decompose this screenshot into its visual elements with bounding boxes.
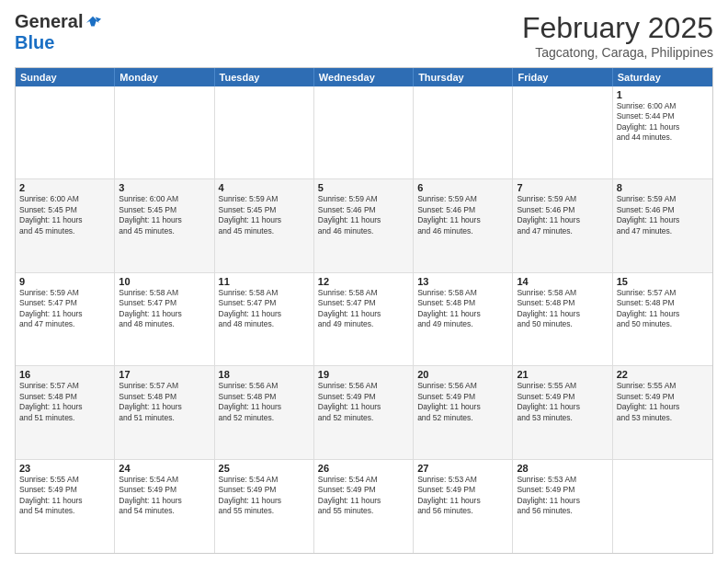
- cell-daylight-info: Sunrise: 5:55 AM Sunset: 5:49 PM Dayligh…: [19, 475, 110, 517]
- table-row: [314, 86, 414, 178]
- cell-day-number: 28: [517, 463, 608, 474]
- table-row: 23Sunrise: 5:55 AM Sunset: 5:49 PM Dayli…: [16, 460, 115, 553]
- calendar: Sunday Monday Tuesday Wednesday Thursday…: [15, 67, 713, 554]
- cell-daylight-info: Sunrise: 5:57 AM Sunset: 5:48 PM Dayligh…: [119, 381, 210, 423]
- table-row: 2Sunrise: 6:00 AM Sunset: 5:45 PM Daylig…: [16, 179, 115, 271]
- cell-day-number: 3: [119, 182, 210, 193]
- cell-day-number: 5: [318, 182, 409, 193]
- logo-blue-text: Blue: [15, 32, 54, 52]
- page-header: General Blue February 2025 Tagcatong, Ca…: [15, 11, 713, 60]
- table-row: 22Sunrise: 5:55 AM Sunset: 5:49 PM Dayli…: [613, 366, 712, 458]
- calendar-row-0: 1Sunrise: 6:00 AM Sunset: 5:44 PM Daylig…: [16, 86, 712, 179]
- calendar-row-2: 9Sunrise: 5:59 AM Sunset: 5:47 PM Daylig…: [16, 273, 712, 366]
- table-row: 10Sunrise: 5:58 AM Sunset: 5:47 PM Dayli…: [115, 273, 214, 365]
- cell-daylight-info: Sunrise: 6:00 AM Sunset: 5:45 PM Dayligh…: [19, 194, 110, 236]
- cell-daylight-info: Sunrise: 5:58 AM Sunset: 5:48 PM Dayligh…: [517, 288, 608, 330]
- cell-day-number: 1: [617, 89, 709, 100]
- cell-daylight-info: Sunrise: 5:59 AM Sunset: 5:46 PM Dayligh…: [617, 194, 709, 236]
- table-row: 20Sunrise: 5:56 AM Sunset: 5:49 PM Dayli…: [414, 366, 513, 458]
- table-row: 5Sunrise: 5:59 AM Sunset: 5:46 PM Daylig…: [314, 179, 414, 271]
- logo: General Blue: [15, 11, 101, 53]
- table-row: [613, 460, 712, 553]
- table-row: 19Sunrise: 5:56 AM Sunset: 5:49 PM Dayli…: [314, 366, 414, 458]
- calendar-body: 1Sunrise: 6:00 AM Sunset: 5:44 PM Daylig…: [16, 86, 712, 553]
- cell-day-number: 21: [517, 369, 608, 380]
- table-row: 16Sunrise: 5:57 AM Sunset: 5:48 PM Dayli…: [16, 366, 115, 458]
- table-row: 6Sunrise: 5:59 AM Sunset: 5:46 PM Daylig…: [414, 179, 513, 271]
- cell-day-number: 11: [219, 276, 310, 287]
- cell-daylight-info: Sunrise: 5:55 AM Sunset: 5:49 PM Dayligh…: [617, 381, 709, 423]
- table-row: 12Sunrise: 5:58 AM Sunset: 5:47 PM Dayli…: [314, 273, 414, 365]
- month-title: February 2025: [522, 11, 713, 45]
- cell-day-number: 26: [318, 463, 409, 474]
- cell-daylight-info: Sunrise: 5:58 AM Sunset: 5:48 PM Dayligh…: [417, 288, 508, 330]
- cell-daylight-info: Sunrise: 5:54 AM Sunset: 5:49 PM Dayligh…: [219, 475, 310, 517]
- cell-day-number: 22: [617, 369, 709, 380]
- table-row: 25Sunrise: 5:54 AM Sunset: 5:49 PM Dayli…: [215, 460, 314, 553]
- svg-marker-1: [96, 17, 101, 21]
- cell-daylight-info: Sunrise: 5:56 AM Sunset: 5:48 PM Dayligh…: [219, 381, 310, 423]
- header-tuesday: Tuesday: [215, 68, 314, 86]
- cell-day-number: 15: [617, 276, 709, 287]
- header-saturday: Saturday: [613, 68, 712, 86]
- cell-day-number: 20: [417, 369, 508, 380]
- calendar-row-4: 23Sunrise: 5:55 AM Sunset: 5:49 PM Dayli…: [16, 460, 712, 553]
- table-row: [414, 86, 513, 178]
- cell-daylight-info: Sunrise: 6:00 AM Sunset: 5:44 PM Dayligh…: [617, 101, 709, 144]
- cell-daylight-info: Sunrise: 6:00 AM Sunset: 5:45 PM Dayligh…: [119, 194, 210, 236]
- logo-general-text: General: [15, 11, 83, 32]
- cell-daylight-info: Sunrise: 5:53 AM Sunset: 5:49 PM Dayligh…: [417, 475, 508, 517]
- calendar-header: Sunday Monday Tuesday Wednesday Thursday…: [16, 68, 712, 86]
- table-row: 3Sunrise: 6:00 AM Sunset: 5:45 PM Daylig…: [115, 179, 214, 271]
- cell-daylight-info: Sunrise: 5:56 AM Sunset: 5:49 PM Dayligh…: [318, 381, 409, 423]
- table-row: 13Sunrise: 5:58 AM Sunset: 5:48 PM Dayli…: [414, 273, 513, 365]
- cell-day-number: 24: [119, 463, 210, 474]
- location-title: Tagcatong, Caraga, Philippines: [522, 45, 713, 60]
- cell-day-number: 9: [19, 276, 110, 287]
- title-block: February 2025 Tagcatong, Caraga, Philipp…: [522, 11, 713, 60]
- cell-day-number: 12: [318, 276, 409, 287]
- table-row: 18Sunrise: 5:56 AM Sunset: 5:48 PM Dayli…: [215, 366, 314, 458]
- cell-day-number: 19: [318, 369, 409, 380]
- table-row: 4Sunrise: 5:59 AM Sunset: 5:45 PM Daylig…: [215, 179, 314, 271]
- cell-daylight-info: Sunrise: 5:56 AM Sunset: 5:49 PM Dayligh…: [417, 381, 508, 423]
- header-wednesday: Wednesday: [314, 68, 414, 86]
- cell-daylight-info: Sunrise: 5:53 AM Sunset: 5:49 PM Dayligh…: [517, 475, 608, 517]
- cell-day-number: 18: [219, 369, 310, 380]
- cell-day-number: 4: [219, 182, 310, 193]
- cell-day-number: 17: [119, 369, 210, 380]
- table-row: 7Sunrise: 5:59 AM Sunset: 5:46 PM Daylig…: [513, 179, 612, 271]
- cell-day-number: 23: [19, 463, 110, 474]
- table-row: 27Sunrise: 5:53 AM Sunset: 5:49 PM Dayli…: [414, 460, 513, 553]
- cell-day-number: 2: [19, 182, 110, 193]
- header-thursday: Thursday: [414, 68, 513, 86]
- cell-day-number: 8: [617, 182, 709, 193]
- cell-day-number: 7: [517, 182, 608, 193]
- cell-day-number: 6: [417, 182, 508, 193]
- table-row: 15Sunrise: 5:57 AM Sunset: 5:48 PM Dayli…: [613, 273, 712, 365]
- table-row: [115, 86, 214, 178]
- cell-daylight-info: Sunrise: 5:57 AM Sunset: 5:48 PM Dayligh…: [617, 288, 709, 330]
- cell-day-number: 27: [417, 463, 508, 474]
- table-row: 21Sunrise: 5:55 AM Sunset: 5:49 PM Dayli…: [513, 366, 612, 458]
- cell-day-number: 14: [517, 276, 608, 287]
- header-monday: Monday: [115, 68, 214, 86]
- cell-daylight-info: Sunrise: 5:54 AM Sunset: 5:49 PM Dayligh…: [318, 475, 409, 517]
- table-row: 8Sunrise: 5:59 AM Sunset: 5:46 PM Daylig…: [613, 179, 712, 271]
- calendar-row-3: 16Sunrise: 5:57 AM Sunset: 5:48 PM Dayli…: [16, 366, 712, 459]
- cell-day-number: 25: [219, 463, 310, 474]
- cell-day-number: 13: [417, 276, 508, 287]
- table-row: [16, 86, 115, 178]
- calendar-row-1: 2Sunrise: 6:00 AM Sunset: 5:45 PM Daylig…: [16, 179, 712, 272]
- cell-daylight-info: Sunrise: 5:59 AM Sunset: 5:47 PM Dayligh…: [19, 288, 110, 330]
- table-row: 1Sunrise: 6:00 AM Sunset: 5:44 PM Daylig…: [613, 86, 712, 178]
- cell-daylight-info: Sunrise: 5:57 AM Sunset: 5:48 PM Dayligh…: [19, 381, 110, 423]
- cell-daylight-info: Sunrise: 5:59 AM Sunset: 5:46 PM Dayligh…: [517, 194, 608, 236]
- table-row: 9Sunrise: 5:59 AM Sunset: 5:47 PM Daylig…: [16, 273, 115, 365]
- table-row: 28Sunrise: 5:53 AM Sunset: 5:49 PM Dayli…: [513, 460, 612, 553]
- cell-daylight-info: Sunrise: 5:58 AM Sunset: 5:47 PM Dayligh…: [219, 288, 310, 330]
- header-friday: Friday: [513, 68, 612, 86]
- cell-daylight-info: Sunrise: 5:54 AM Sunset: 5:49 PM Dayligh…: [119, 475, 210, 517]
- cell-daylight-info: Sunrise: 5:59 AM Sunset: 5:45 PM Dayligh…: [219, 194, 310, 236]
- cell-daylight-info: Sunrise: 5:58 AM Sunset: 5:47 PM Dayligh…: [119, 288, 210, 330]
